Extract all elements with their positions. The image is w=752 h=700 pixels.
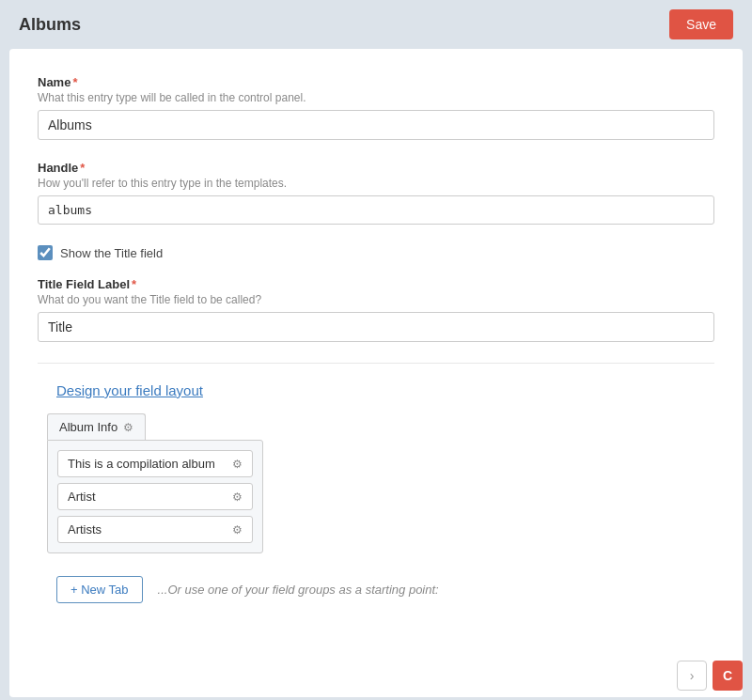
field-gear-icon-artists[interactable]: ⚙ [232,523,243,537]
title-field-hint: What do you want the Title field to be c… [38,293,714,306]
show-title-checkbox[interactable] [38,245,53,260]
handle-required-marker: * [80,161,85,175]
main-content: Name* What this entry type will be calle… [9,49,743,697]
section-divider [38,363,714,364]
save-button[interactable]: Save [669,9,733,39]
field-item-artists[interactable]: Artists ⚙ [57,516,253,543]
name-required-marker: * [72,75,77,89]
name-input[interactable] [38,110,714,140]
field-layout-area: Design your field layout Album Info ⚙ Th… [47,382,714,603]
album-info-tab[interactable]: Album Info ⚙ [47,413,146,440]
craft-icon-button[interactable]: C [713,661,743,691]
field-item-artists-label: Artists [68,522,232,537]
tab-gear-icon[interactable]: ⚙ [123,421,133,434]
field-item-artist-label: Artist [68,490,232,504]
field-item-compilation[interactable]: This is a compilation album ⚙ [57,450,253,477]
handle-field-group: Handle* How you'll refer to this entry t… [38,161,714,225]
header: Albums Save [0,0,752,49]
show-title-label: Show the Title field [60,246,163,260]
tab-bar: Album Info ⚙ [47,413,714,440]
new-tab-button[interactable]: + New Tab [56,576,143,603]
handle-label: Handle* [38,161,714,175]
field-gear-icon-compilation[interactable]: ⚙ [232,458,243,471]
title-field-label: Title Field Label* [38,277,714,291]
name-label: Name* [38,75,714,89]
title-required-marker: * [132,277,136,291]
show-title-row: Show the Title field [38,245,714,260]
field-group-box: This is a compilation album ⚙ Artist ⚙ A… [47,440,263,553]
craft-icon-label: C [723,668,732,683]
title-field-label-group: Title Field Label* What do you want the … [38,277,714,342]
expand-arrow-button[interactable]: › [677,661,707,691]
album-info-tab-label: Album Info [59,420,118,434]
name-field-group: Name* What this entry type will be calle… [38,75,714,140]
field-item-artist[interactable]: Artist ⚙ [57,483,253,510]
field-gear-icon-artist[interactable]: ⚙ [232,490,243,504]
handle-input[interactable] [38,195,714,225]
field-item-compilation-label: This is a compilation album [68,457,232,471]
handle-hint: How you'll refer to this entry type in t… [38,177,714,190]
name-hint: What this entry type will be called in t… [38,91,714,104]
title-field-input[interactable] [38,312,714,342]
or-text: ...Or use one of your field groups as a … [158,583,439,597]
page-title: Albums [19,15,81,35]
bottom-bar: + New Tab ...Or use one of your field gr… [56,576,714,603]
design-field-layout-link[interactable]: Design your field layout [56,382,203,398]
